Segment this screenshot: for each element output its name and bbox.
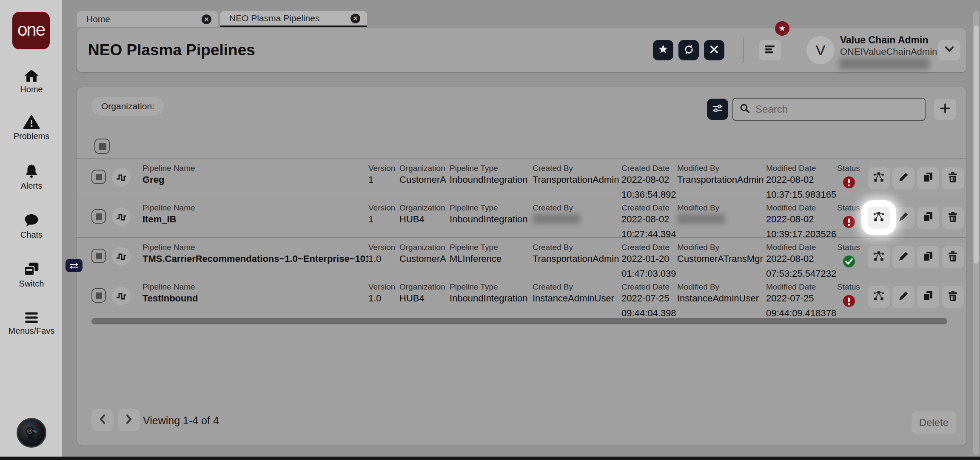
user-menu-button[interactable] [938, 40, 960, 60]
refresh-icon [683, 44, 695, 57]
workflow-button[interactable] [868, 207, 890, 229]
pipeline-name[interactable]: TestInbound [142, 293, 368, 304]
one-logo[interactable]: one [12, 12, 50, 49]
sidebar-item-problems[interactable]: Problems [0, 114, 63, 141]
pipeline-pulse-icon [112, 287, 131, 305]
delete-row-button[interactable] [942, 286, 964, 308]
sidebar-item-label: Switch [19, 279, 44, 289]
workflow-icon [872, 250, 885, 264]
pipeline-rows: Pipeline NameGreg Version1 OrganizationC… [77, 158, 966, 316]
menu-bars-icon [23, 310, 40, 325]
pipeline-organization: HUB4 [399, 293, 450, 304]
pipeline-version: 1 [368, 174, 399, 185]
organization-filter-chip[interactable]: Organization: [91, 97, 164, 116]
redacted-text [533, 214, 580, 224]
sidebar-item-menus-favs[interactable]: Menus/Favs [0, 310, 63, 336]
user-avatar[interactable]: V [806, 36, 835, 64]
delete-row-button[interactable] [942, 207, 964, 229]
modified-by: TransportationAdmin [677, 174, 766, 185]
prev-page-button[interactable] [91, 409, 114, 431]
pipeline-name[interactable]: Greg [142, 174, 368, 185]
page-scrollbar-thumb[interactable] [974, 26, 979, 264]
modified-date: 2022-08-02 [766, 174, 837, 185]
robot-assistant-icon[interactable] [17, 418, 46, 448]
pipeline-version: 1.0 [368, 293, 399, 304]
search-input[interactable] [755, 103, 919, 115]
sidebar-item-alerts[interactable]: Alerts [0, 163, 63, 191]
pipeline-organization: CustomerA [399, 174, 450, 185]
modified-time: 10:37:15.983165 [766, 189, 837, 200]
edit-pencil-icon [897, 290, 909, 304]
user-initial: V [816, 42, 826, 59]
edit-button[interactable] [892, 167, 914, 189]
sidebar-item-label: Problems [14, 131, 49, 141]
copy-button[interactable] [917, 286, 939, 308]
workflow-button[interactable] [868, 286, 890, 308]
tab-home[interactable]: Home ✕ [77, 11, 218, 27]
organization-filter-label: Organization: [101, 101, 154, 111]
workflow-button[interactable] [868, 167, 890, 189]
created-time: 09:44:04.398 [621, 308, 677, 319]
page-scrollbar[interactable] [973, 11, 979, 455]
favorite-button[interactable] [653, 40, 673, 60]
refresh-button[interactable] [678, 40, 699, 60]
sidebar-item-chats[interactable]: Chats [0, 213, 63, 240]
select-all-checkbox[interactable] [94, 139, 110, 154]
swap-arrows-icon[interactable] [66, 259, 83, 272]
created-by: TransportationAdmin [533, 253, 621, 264]
delete-row-button[interactable] [942, 167, 964, 189]
tab-close-icon[interactable]: ✕ [350, 14, 360, 23]
edit-button[interactable] [892, 207, 914, 229]
workflow-button[interactable] [868, 246, 890, 268]
row-checkbox[interactable] [91, 288, 106, 303]
pipeline-type: InboundIntegration [450, 174, 533, 185]
user-login-name: ONEIValueChainAdmin [840, 46, 937, 57]
chat-bubble-icon [23, 213, 40, 229]
created-time: 01:47:03.039 [621, 268, 677, 279]
sliders-icon [712, 102, 724, 116]
copy-icon [922, 250, 934, 264]
pipeline-type: InboundIntegration [450, 293, 533, 304]
copy-icon [922, 211, 934, 224]
copy-button[interactable] [917, 167, 939, 189]
table-row: Pipeline NameItem_IB Version1 Organizati… [77, 198, 966, 237]
close-page-button[interactable] [704, 40, 724, 60]
created-time: 10:27:44.394 [621, 229, 677, 240]
menu-lines-icon [764, 44, 777, 57]
tab-label: NEO Plasma Pipelines [229, 13, 319, 23]
row-checkbox[interactable] [91, 249, 106, 263]
created-date: 2022-01-20 [621, 253, 677, 264]
check-circle-icon [842, 255, 856, 268]
pipeline-version: 1.0 [368, 253, 399, 264]
viewing-count-text: Viewing 1-4 of 4 [143, 415, 219, 427]
exclamation-circle-icon [842, 215, 856, 229]
created-by: TransportationAdmin [533, 174, 621, 185]
pipeline-name[interactable]: Item_IB [142, 214, 368, 225]
copy-button[interactable] [917, 246, 939, 268]
modified-time: 10:39:17.203526 [766, 229, 837, 240]
row-checkbox[interactable] [91, 209, 106, 224]
sidebar: one Home Problems Alerts Chats Switch [0, 0, 63, 460]
sidebar-item-home[interactable]: Home [0, 68, 63, 94]
edit-button[interactable] [892, 246, 914, 268]
sidebar-item-switch[interactable]: Switch [0, 261, 63, 289]
next-page-button[interactable] [118, 409, 140, 431]
tab-neo-plasma-pipelines[interactable]: NEO Plasma Pipelines ✕ [220, 11, 367, 27]
pipeline-name[interactable]: TMS.CarrierRecommendations~1.0~Enterpris… [142, 253, 368, 264]
table-row: Pipeline NameTestInbound Version1.0 Orga… [77, 277, 966, 316]
global-menu-button[interactable] [759, 40, 781, 60]
edit-button[interactable] [892, 286, 914, 308]
row-checkbox[interactable] [91, 170, 106, 184]
created-date: 2022-07-25 [621, 293, 677, 304]
copy-button[interactable] [917, 207, 939, 229]
horizontal-scrollbar[interactable] [91, 318, 947, 324]
created-time: 10:36:54.892 [621, 189, 677, 200]
window-switch-icon [23, 261, 40, 278]
delete-button[interactable]: Delete [912, 412, 956, 434]
add-pipeline-button[interactable] [934, 99, 956, 120]
delete-row-button[interactable] [942, 246, 964, 268]
workflow-icon [872, 210, 885, 225]
modified-date: 2022-07-25 [766, 293, 837, 304]
filter-settings-button[interactable] [707, 99, 728, 120]
tab-close-icon[interactable]: ✕ [202, 14, 211, 24]
